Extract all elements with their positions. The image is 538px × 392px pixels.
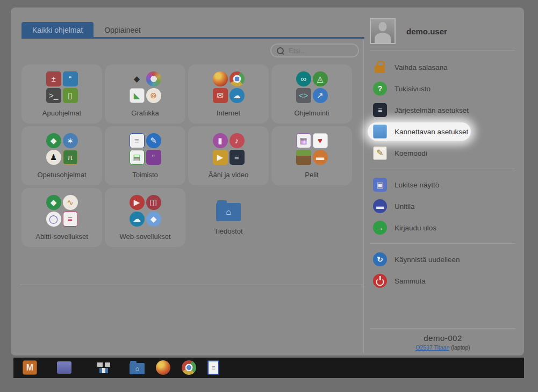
exam-mode-item-label: Koemoodi xyxy=(394,149,427,157)
change-password-item[interactable]: Vaihda salasana xyxy=(370,56,524,78)
restart-item[interactable]: ↻Käynnistä uudelleen xyxy=(370,249,524,270)
exam-mode-item[interactable]: ✎Koemoodi xyxy=(370,142,524,164)
graduation-cap-icon: ◆ xyxy=(46,195,61,210)
atom-icon: ∗ xyxy=(63,133,78,148)
gamepad-icon: ▬ xyxy=(313,150,328,165)
tab-bar: Kaikki ohjelmatOppiaineet xyxy=(21,22,152,38)
microphone-icon: ▮ xyxy=(213,133,228,148)
quotes-icon: “ xyxy=(146,150,161,165)
host-detail-row: O2537 Titaan (laptop) xyxy=(370,344,516,355)
sleep-mode-item[interactable]: ▬Unitila xyxy=(370,195,524,217)
stats-chart-icon: ∿ xyxy=(63,195,78,210)
tab-subjects[interactable]: Oppiaineet xyxy=(94,22,152,38)
group-abitti-sovellukset[interactable]: ◆∿◯≡Abitti-sovellukset xyxy=(21,188,102,247)
playing-cards-icon: ♥ xyxy=(313,133,328,148)
group-aani-ja-video-icons: ▮♪▶≡ xyxy=(213,133,245,165)
lock-screen-item[interactable]: ▣Lukitse näyttö xyxy=(370,174,524,195)
search-icon xyxy=(277,47,284,54)
group-ohjelmointi-label: Ohjelmointi xyxy=(294,109,329,117)
tab-all-programs[interactable]: Kaikki ohjelmat xyxy=(21,22,94,38)
app-tiedostot-label: Tiedostot xyxy=(214,227,243,235)
group-web-sovellukset[interactable]: ▶◫☁◆Web-sovellukset xyxy=(105,188,185,247)
group-toimisto-icons: ≡✎▤“ xyxy=(130,133,161,165)
inkscape-icon: ◆ xyxy=(130,71,145,86)
impress-doc-icon: ≡ xyxy=(63,212,78,227)
sidebar-footer: demo-002 O2537 Titaan (laptop) xyxy=(370,328,516,355)
hostname-label: demo-002 xyxy=(370,333,516,343)
pencil-paper-icon: ✎ xyxy=(373,146,387,160)
laptop-settings-item-label: Kannettavan asetukset xyxy=(394,128,468,136)
search-box xyxy=(270,43,359,57)
calculator-icon: ± xyxy=(46,71,61,86)
youtube-icon: ▶ xyxy=(130,195,145,210)
browser-compass-icon: ◆ xyxy=(146,212,161,227)
tab-underline xyxy=(21,37,364,39)
group-ohjelmointi-icons: ∞◬<>↗ xyxy=(296,71,328,103)
sudoku-icon: ▦ xyxy=(296,133,311,148)
file-manager-button[interactable]: ⌂ xyxy=(130,363,145,374)
group-abitti-sovellukset-icons: ◆∿◯≡ xyxy=(46,195,78,227)
restart-item-label: Käynnistä uudelleen xyxy=(394,256,460,264)
padlock-icon xyxy=(373,60,387,74)
geogebra-ellipse-icon: ◯ xyxy=(46,212,61,227)
group-pelit[interactable]: ▦♥▬Pelit xyxy=(271,126,352,185)
draw-icon: ◣ xyxy=(130,88,145,103)
libreoffice-button[interactable]: ≡ xyxy=(207,360,219,375)
menu-launcher-button[interactable]: M xyxy=(23,360,37,375)
group-opetusohjelmat-label: Opetusohjelmat xyxy=(37,171,86,179)
group-grafiikka-label: Grafiikka xyxy=(131,109,159,117)
terminal-icon: >_ xyxy=(46,88,61,103)
user-row: demo.user xyxy=(370,18,524,44)
tux-penguin-icon: ♟ xyxy=(46,150,61,165)
system-settings-item[interactable]: ≡Järjestelmän asetukset xyxy=(370,99,524,121)
blender-icon: ⊚ xyxy=(146,88,161,103)
music-note-icon: ♪ xyxy=(229,133,245,148)
laptop-settings-item[interactable]: Kannettavan asetukset xyxy=(370,121,524,142)
graduation-cap-icon: ◆ xyxy=(46,133,61,148)
group-internet[interactable]: ✉☁Internet xyxy=(188,64,269,124)
ebook-icon: ◫ xyxy=(146,195,161,210)
group-toimisto[interactable]: ≡✎▤“Toimisto xyxy=(105,126,185,185)
group-opetusohjelmat[interactable]: ◆∗♟πOpetusohjelmat xyxy=(21,126,102,185)
build-tool-icon: ↗ xyxy=(313,88,328,103)
cloud-icon: ☁ xyxy=(130,212,145,227)
chrome-button[interactable] xyxy=(182,360,196,375)
writer-doc-icon: ≡ xyxy=(130,133,145,148)
minecraft-block-icon xyxy=(296,150,311,165)
window-switcher-button[interactable] xyxy=(97,360,111,375)
power-icon xyxy=(373,274,387,288)
sleep-mode-item-label: Unitila xyxy=(394,202,415,210)
group-grafiikka[interactable]: ◆◣⊚Grafiikka xyxy=(105,64,185,124)
app-group-grid: ±“>_▯Apuohjelmat◆◣⊚Grafiikka✉☁Internet∞◬… xyxy=(21,64,357,247)
logout-icon: → xyxy=(373,221,387,235)
color-wheel-icon xyxy=(146,71,161,86)
chrome-icon xyxy=(229,71,245,86)
group-abitti-sovellukset-label: Abitti-sovellukset xyxy=(35,233,88,241)
group-aani-ja-video[interactable]: ▮♪▶≡Ääni ja video xyxy=(188,126,269,185)
search-input[interactable] xyxy=(288,46,353,55)
app-tiedostot[interactable]: ⌂Tiedostot xyxy=(188,188,269,247)
main-section-divider xyxy=(20,285,363,285)
group-pelit-label: Pelit xyxy=(305,171,318,179)
group-apuohjelmat[interactable]: ±“>_▯Apuohjelmat xyxy=(21,64,102,124)
android-studio-icon: ◬ xyxy=(313,71,328,86)
group-opetusohjelmat-icons: ◆∗♟π xyxy=(46,133,78,165)
version-link[interactable]: O2537 Titaan xyxy=(415,344,449,351)
shut-down-item[interactable]: Sammuta xyxy=(370,270,524,292)
launcher-panel: Kaikki ohjelmatOppiaineet ±“>_▯Apuohjelm… xyxy=(11,8,524,355)
group-pelit-icons: ▦♥▬ xyxy=(296,133,328,165)
change-password-item-label: Vaihda salasana xyxy=(394,63,448,71)
notes-icon: “ xyxy=(63,71,78,86)
arduino-icon: ∞ xyxy=(296,71,311,86)
group-ohjelmointi[interactable]: ∞◬<>↗Ohjelmointi xyxy=(271,64,352,124)
sidebar-separator xyxy=(363,40,364,353)
system-settings-item-label: Järjestelmän asetukset xyxy=(394,106,469,114)
firefox-button[interactable] xyxy=(156,360,170,375)
restart-icon: ↻ xyxy=(373,252,387,266)
support-site-item[interactable]: ?Tukisivusto xyxy=(370,78,524,99)
pen-icon: ✎ xyxy=(146,133,161,148)
code-editor-icon: <> xyxy=(296,88,311,103)
group-apuohjelmat-icons: ±“>_▯ xyxy=(46,71,78,103)
show-desktop-button[interactable] xyxy=(57,361,71,374)
log-out-item[interactable]: →Kirjaudu ulos xyxy=(370,217,524,238)
